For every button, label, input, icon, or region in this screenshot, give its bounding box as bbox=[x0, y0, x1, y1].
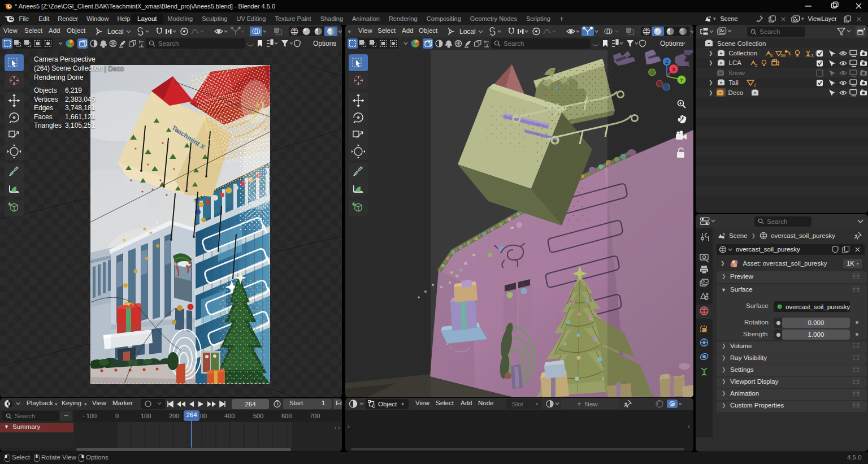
svg-text:Options: Options bbox=[660, 40, 683, 47]
svg-text:X: X bbox=[672, 67, 675, 72]
svg-text:Z: Z bbox=[665, 59, 668, 65]
svg-text:Local: Local bbox=[459, 28, 476, 36]
svg-text:Y: Y bbox=[680, 77, 683, 83]
svg-text:Local: Local bbox=[107, 28, 124, 36]
svg-text:Options: Options bbox=[313, 40, 336, 47]
